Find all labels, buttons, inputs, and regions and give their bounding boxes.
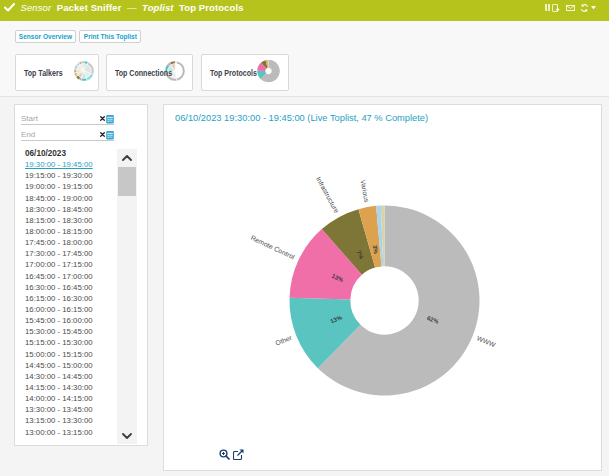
time-range-item[interactable]: 16:00:00 - 16:15:00 [25, 304, 117, 315]
scroll-up-icon[interactable] [117, 150, 137, 165]
time-range-item[interactable]: 14:30:00 - 14:45:00 [25, 371, 117, 382]
sensor-status-bar: Sensor Packet Sniffer — Toplist Top Prot… [0, 0, 609, 21]
sensor-overview-button[interactable]: Sensor Overview [15, 30, 76, 43]
tab-top-protocols[interactable]: Top Protocols [201, 54, 289, 91]
calendar-start-icon[interactable] [106, 115, 114, 124]
time-range-item[interactable]: 15:30:00 - 15:45:00 [25, 326, 117, 337]
print-toplist-button[interactable]: Print This Toplist [79, 30, 141, 43]
toplist-chart-panel: 06/10/2023 19:30:00 - 19:45:00 (Live Top… [163, 104, 602, 471]
start-date-placeholder: Start [21, 114, 38, 123]
sensor-ok-check-icon [4, 3, 15, 12]
tab-top-talkers[interactable]: Top Talkers [15, 54, 99, 91]
calendar-end-icon[interactable] [106, 131, 114, 140]
top-talkers-mini-chart [73, 60, 95, 86]
time-range-item[interactable]: 13:00:00 - 13:15:00 [25, 427, 117, 438]
breadcrumb-toplist-name: Top Protocols [179, 2, 243, 13]
clear-start-icon[interactable] [100, 116, 105, 121]
time-range-item[interactable]: 16:30:00 - 16:45:00 [25, 282, 117, 293]
svg-text:Various: Various [359, 179, 370, 203]
toplist-period-panel: Start End 06/10/2023 19:30:00 - 19:45:00… [14, 104, 148, 446]
time-range-item[interactable]: 18:45:00 - 19:00:00 [25, 193, 117, 204]
clear-end-icon[interactable] [100, 132, 105, 137]
time-range-item[interactable]: 16:45:00 - 17:00:00 [25, 271, 117, 282]
time-range-item[interactable]: 14:15:00 - 14:30:00 [25, 382, 117, 393]
time-range-item[interactable]: 17:30:00 - 17:45:00 [25, 248, 117, 259]
breadcrumb-sensor-name[interactable]: Packet Sniffer [57, 2, 122, 13]
breadcrumb-toplist-prefix: Toplist [142, 2, 173, 13]
time-range-item[interactable]: 13:15:00 - 13:30:00 [25, 415, 117, 426]
svg-text:Infrastructure: Infrastructure [315, 176, 340, 215]
scrollbar-thumb[interactable] [118, 167, 136, 196]
time-range-item[interactable]: 18:15:00 - 18:30:00 [25, 215, 117, 226]
open-external-icon[interactable] [233, 449, 244, 460]
top-protocols-donut-chart: 62%WWW13%Other13%Remote Control7%Infrast… [164, 105, 603, 472]
end-date-field[interactable]: End [21, 125, 114, 141]
email-icon[interactable] [566, 5, 575, 11]
time-list-date-header: 06/10/2023 [25, 148, 117, 159]
svg-text:Remote Control: Remote Control [250, 234, 296, 261]
time-range-item[interactable]: 17:45:00 - 18:00:00 [25, 237, 117, 248]
time-range-item[interactable]: 19:00:00 - 19:15:00 [25, 181, 117, 192]
breadcrumb-sensor-prefix[interactable]: Sensor [21, 2, 52, 13]
start-date-field[interactable]: Start [21, 109, 114, 125]
zoom-in-icon[interactable] [219, 449, 230, 460]
time-range-item[interactable]: 15:45:00 - 16:00:00 [25, 315, 117, 326]
time-range-item[interactable]: 17:00:00 - 17:15:00 [25, 259, 117, 270]
time-range-item[interactable]: 15:00:00 - 15:15:00 [25, 349, 117, 360]
pause-icon[interactable] [545, 4, 550, 11]
breadcrumb-separator: — [127, 2, 137, 13]
time-range-item[interactable]: 19:15:00 - 19:30:00 [25, 170, 117, 181]
section-divider [0, 96, 609, 97]
svg-text:WWW: WWW [476, 335, 497, 349]
time-range-list: 06/10/2023 19:30:00 - 19:45:0019:15:00 -… [25, 148, 117, 438]
end-date-placeholder: End [21, 130, 35, 139]
time-range-item[interactable]: 13:30:00 - 13:45:00 [25, 404, 117, 415]
time-list-scrollbar[interactable] [117, 149, 137, 444]
time-range-item[interactable]: 18:30:00 - 18:45:00 [25, 204, 117, 215]
time-range-item[interactable]: 18:00:00 - 18:15:00 [25, 226, 117, 237]
time-range-item[interactable]: 16:15:00 - 16:30:00 [25, 293, 117, 304]
refresh-icon[interactable] [580, 4, 589, 12]
tab-top-connections[interactable]: Top Connections [106, 54, 193, 91]
time-range-item[interactable]: 19:30:00 - 19:45:00 [25, 159, 117, 170]
tab-top-talkers-label: Top Talkers [24, 68, 63, 78]
refresh-caret-down-icon[interactable] [591, 6, 596, 10]
svg-text:Other: Other [274, 334, 293, 347]
print-toplist-label: Print This Toplist [83, 32, 136, 41]
time-range-item[interactable]: 14:45:00 - 15:00:00 [25, 360, 117, 371]
tab-top-protocols-label: Top Protocols [210, 68, 257, 78]
tab-top-connections-label: Top Connections [115, 68, 172, 78]
sensor-overview-label: Sensor Overview [19, 32, 72, 41]
scroll-down-icon[interactable] [117, 428, 137, 443]
add-report-icon[interactable] [552, 4, 560, 12]
top-protocols-mini-chart [257, 59, 280, 86]
time-range-item[interactable]: 14:00:00 - 14:15:00 [25, 393, 117, 404]
time-range-item[interactable]: 15:15:00 - 15:30:00 [25, 337, 117, 348]
